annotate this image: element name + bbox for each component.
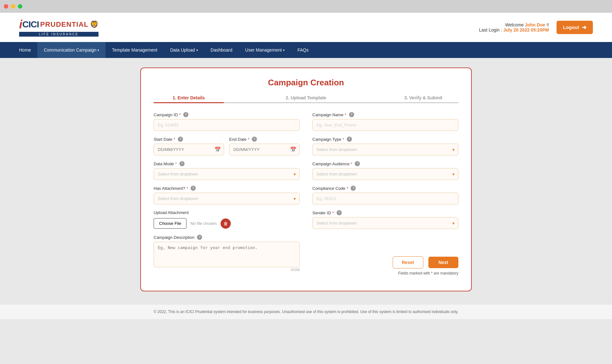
- logo: i CICI PRUDENTIAL 🦁 LIFE INSURANCE: [19, 18, 98, 37]
- compliance-code-field: Compliance Code * ?: [312, 186, 458, 204]
- nav-faqs[interactable]: FAQs: [291, 42, 315, 58]
- step-1-label: 1. Enter Details: [172, 95, 205, 102]
- help-icon[interactable]: ?: [337, 210, 342, 215]
- help-icon[interactable]: ?: [191, 186, 196, 191]
- required-mark: *: [186, 186, 188, 191]
- end-date-wrap: 📅: [229, 144, 300, 155]
- has-attachment-field: Has Attachment? * ? Select from dropdown…: [154, 186, 300, 204]
- last-login-label: Last Login :: [479, 27, 502, 32]
- last-login-date: July 20 2022 05:20PM: [503, 27, 549, 32]
- data-mode-select[interactable]: Select from dropdown: [154, 168, 300, 180]
- campaign-name-input[interactable]: [312, 119, 458, 131]
- campaign-id-input[interactable]: [154, 119, 300, 131]
- campaign-type-select[interactable]: Select from dropdown: [312, 144, 458, 155]
- help-icon[interactable]: ?: [347, 137, 352, 142]
- has-attachment-wrap: Select from dropdown ▾: [154, 193, 300, 204]
- sender-id-select[interactable]: Select from dropdown: [312, 217, 458, 229]
- steps-container: 1. Enter Details 2. Upload Template 3. V…: [154, 95, 458, 103]
- campaign-name-label: Campaign Name * ?: [312, 112, 458, 117]
- help-icon[interactable]: ?: [179, 161, 185, 166]
- footer-text: © 2022, This is an ICICI Prudential syst…: [154, 310, 458, 314]
- form-row-3: Data Mode * ? Select from dropdown ▾ Cam…: [154, 161, 458, 180]
- chevron-down-icon: ▾: [283, 48, 285, 52]
- campaign-description-field: Campaign Description ? 0/100: [154, 235, 300, 275]
- form-row-4: Has Attachment? * ? Select from dropdown…: [154, 186, 458, 204]
- sender-id-label: Sender ID * ?: [312, 210, 458, 215]
- reset-button[interactable]: Reset: [393, 256, 423, 268]
- logo-lion-icon: 🦁: [90, 20, 98, 29]
- nav-dashboard[interactable]: Dashboard: [204, 42, 239, 58]
- page-title: Campaign Creation: [154, 78, 458, 88]
- step-2-label: 2. Upload Template: [286, 95, 326, 102]
- help-icon[interactable]: ?: [183, 112, 188, 117]
- nav-template-management[interactable]: Template Management: [106, 42, 164, 58]
- end-date-input[interactable]: [229, 144, 300, 155]
- campaign-audience-select[interactable]: Select from dropdown: [312, 168, 458, 180]
- title-bar: [0, 0, 612, 13]
- required-mark: *: [248, 137, 249, 142]
- form-row-2: Start Date * ? 📅 End Date *: [154, 137, 458, 155]
- campaign-id-label: Campaign ID * ?: [154, 112, 300, 117]
- data-mode-label: Data Mode * ?: [154, 161, 300, 166]
- minimize-button[interactable]: [11, 4, 15, 9]
- logout-icon: ➜: [582, 24, 586, 31]
- end-date-label: End Date * ?: [229, 137, 300, 142]
- close-button[interactable]: [4, 4, 8, 9]
- chevron-down-icon: ▾: [98, 48, 99, 52]
- user-name: John Doe: [525, 22, 545, 27]
- required-mark: *: [179, 112, 181, 117]
- chevron-down-icon: ▾: [196, 48, 198, 52]
- step-3: 3. Verify & Submit: [388, 95, 458, 103]
- calendar-icon[interactable]: 📅: [215, 146, 221, 153]
- help-icon[interactable]: ?: [351, 186, 356, 191]
- required-mark: *: [346, 186, 348, 191]
- compliance-code-label: Compliance Code * ?: [312, 186, 458, 191]
- delete-file-button[interactable]: 🗑: [221, 218, 231, 229]
- required-mark: *: [351, 161, 352, 166]
- nav-user-management[interactable]: User Management ▾: [239, 42, 291, 58]
- campaign-description-textarea[interactable]: [154, 242, 300, 267]
- help-icon[interactable]: ?: [252, 137, 257, 142]
- campaign-type-wrap: Select from dropdown ▾: [312, 144, 458, 155]
- help-icon[interactable]: ?: [349, 112, 354, 117]
- nav-communication-campaign[interactable]: Communication Campaign ▾: [37, 42, 106, 58]
- logo-i: i: [19, 18, 22, 31]
- file-upload-row: Choose File No file chosen 🗑: [154, 218, 300, 229]
- calendar-icon[interactable]: 📅: [290, 146, 296, 153]
- help-icon[interactable]: ?: [197, 235, 202, 240]
- no-file-text: No file chosen: [190, 221, 216, 226]
- main-content: Campaign Creation 1. Enter Details 2. Up…: [0, 58, 612, 304]
- step-connector-1: [224, 102, 271, 103]
- campaign-audience-label: Campaign Audience * ?: [312, 161, 458, 166]
- required-mark: *: [345, 112, 346, 117]
- trash-icon: 🗑: [223, 221, 228, 226]
- start-date-input[interactable]: [154, 144, 224, 155]
- campaign-id-field: Campaign ID * ?: [154, 112, 300, 131]
- logout-button[interactable]: Logout ➜: [557, 21, 593, 34]
- next-button[interactable]: Next: [428, 257, 458, 268]
- data-mode-wrap: Select from dropdown ▾: [154, 168, 300, 180]
- action-buttons-area: Reset Next Fields marked with * are mand…: [312, 235, 458, 275]
- form-row-1: Campaign ID * ? Campaign Name * ?: [154, 112, 458, 131]
- logo-subtitle: LIFE INSURANCE: [19, 32, 98, 37]
- maximize-button[interactable]: [18, 4, 22, 9]
- required-mark: *: [175, 161, 177, 166]
- step-2: 2. Upload Template: [271, 95, 341, 103]
- help-icon[interactable]: ?: [178, 137, 183, 142]
- end-date-field: End Date * ? 📅: [229, 137, 300, 155]
- choose-file-button[interactable]: Choose File: [154, 218, 186, 229]
- form-row-5: Upload Attachment Choose File No file ch…: [154, 210, 458, 229]
- step-connector-2: [341, 102, 388, 103]
- char-count: 0/100: [154, 268, 300, 272]
- campaign-type-label: Campaign Type * ?: [312, 137, 458, 142]
- sender-id-wrap: Select from dropdown ▾: [312, 217, 458, 229]
- has-attachment-select[interactable]: Select from dropdown: [154, 193, 300, 204]
- required-mark: *: [343, 137, 344, 142]
- help-icon[interactable]: ?: [355, 161, 360, 166]
- nav-home[interactable]: Home: [13, 42, 37, 58]
- nav-data-upload[interactable]: Data Upload ▾: [164, 42, 204, 58]
- start-date-wrap: 📅: [154, 144, 224, 155]
- logo-cici: CICI: [22, 19, 39, 30]
- compliance-code-input[interactable]: [312, 193, 458, 204]
- campaign-name-field: Campaign Name * ?: [312, 112, 458, 131]
